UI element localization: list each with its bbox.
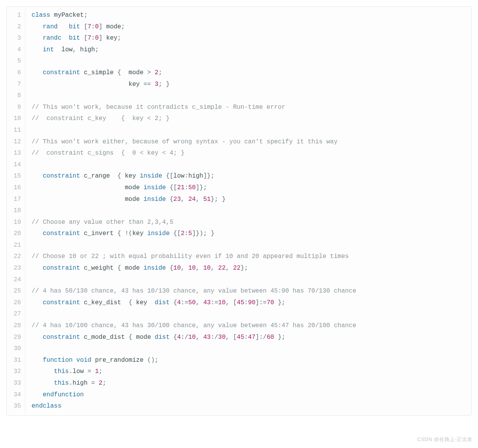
code-line: // Choose 10 or 22 ; with equal probabil… bbox=[31, 251, 465, 263]
code-line bbox=[31, 125, 465, 136]
line-number: 21 bbox=[14, 240, 21, 251]
line-number: 32 bbox=[14, 366, 21, 378]
code-line: // Choose any value other than 2,3,4,5 bbox=[31, 217, 465, 228]
line-number: 22 bbox=[14, 251, 21, 263]
code-line bbox=[31, 56, 465, 67]
code-line: // 4 has 50/130 chance, 43 has 10/130 ch… bbox=[31, 286, 465, 297]
code-line: class myPacket; bbox=[31, 10, 465, 21]
line-number: 4 bbox=[14, 44, 21, 56]
code-line: key == 3; } bbox=[31, 79, 465, 91]
line-number: 1 bbox=[14, 10, 21, 21]
line-number: 29 bbox=[14, 332, 21, 343]
line-number: 31 bbox=[14, 355, 21, 366]
line-number: 12 bbox=[14, 136, 21, 148]
line-number: 2 bbox=[14, 21, 21, 33]
code-line: constraint c_mode_dist { mode dist {4:/1… bbox=[31, 332, 465, 343]
code-line bbox=[31, 240, 465, 251]
code-line: int low, high; bbox=[31, 44, 465, 56]
code-line bbox=[31, 159, 465, 171]
line-number: 35 bbox=[14, 401, 21, 412]
code-line: // This won't work either, because of wr… bbox=[31, 136, 465, 148]
line-number: 23 bbox=[14, 263, 21, 274]
line-number: 27 bbox=[14, 309, 21, 320]
line-number: 10 bbox=[14, 113, 21, 125]
code-line: constraint c_simple { mode > 2; bbox=[31, 67, 465, 79]
code-line: // This won't work, because it contradic… bbox=[31, 102, 465, 113]
line-number: 8 bbox=[14, 90, 21, 102]
line-number: 13 bbox=[14, 148, 21, 159]
line-number: 3 bbox=[14, 33, 21, 44]
line-number: 19 bbox=[14, 217, 21, 228]
line-number: 6 bbox=[14, 67, 21, 79]
code-line: // constraint c_key { key < 2; } bbox=[31, 113, 465, 125]
code-line: constraint c_key_dist { key dist {4:=50,… bbox=[31, 297, 465, 309]
code-line: randc bit [7:0] key; bbox=[31, 33, 465, 44]
code-line: rand bit [7:0] mode; bbox=[31, 21, 465, 33]
code-line: mode inside {[21:50]}; bbox=[31, 182, 465, 194]
line-number: 34 bbox=[14, 389, 21, 401]
line-number: 33 bbox=[14, 378, 21, 389]
line-number: 25 bbox=[14, 286, 21, 297]
line-number: 30 bbox=[14, 343, 21, 355]
line-number: 28 bbox=[14, 320, 21, 332]
line-number: 5 bbox=[14, 56, 21, 67]
line-number: 15 bbox=[14, 171, 21, 182]
code-line: constraint c_range { key inside {[low:hi… bbox=[31, 171, 465, 182]
code-line: mode inside {23, 24, 51}; } bbox=[31, 194, 465, 206]
line-number: 14 bbox=[14, 159, 21, 171]
code-line bbox=[31, 343, 465, 355]
code-line bbox=[31, 90, 465, 102]
code-line: // 4 has 10/100 chance, 43 has 30/100 ch… bbox=[31, 320, 465, 332]
line-number: 20 bbox=[14, 228, 21, 240]
line-number: 16 bbox=[14, 182, 21, 194]
line-number: 26 bbox=[14, 297, 21, 309]
code-area[interactable]: class myPacket; rand bit [7:0] mode; ran… bbox=[25, 8, 471, 414]
code-line: endclass bbox=[31, 401, 465, 412]
code-line: // constraint c_signs { 0 < key < 4; } bbox=[31, 148, 465, 159]
code-line: this.low = 1; bbox=[31, 366, 465, 378]
code-line bbox=[31, 309, 465, 320]
line-number-gutter: 1234567891011121314151617181920212223242… bbox=[7, 8, 25, 414]
line-number: 11 bbox=[14, 125, 21, 136]
code-line: constraint c_weight { mode inside {10, 1… bbox=[31, 263, 465, 274]
code-line: function void pre_randomize (); bbox=[31, 355, 465, 366]
code-line: endfunction bbox=[31, 389, 465, 401]
line-number: 18 bbox=[14, 205, 21, 217]
code-block: 1234567891011121314151617181920212223242… bbox=[6, 6, 472, 416]
line-number: 17 bbox=[14, 194, 21, 206]
line-number: 7 bbox=[14, 79, 21, 91]
code-line bbox=[31, 205, 465, 217]
line-number: 24 bbox=[14, 274, 21, 286]
code-line: constraint c_invert { !(key inside {[2:5… bbox=[31, 228, 465, 240]
code-line: this.high = 2; bbox=[31, 378, 465, 389]
line-number: 9 bbox=[14, 102, 21, 113]
code-line bbox=[31, 274, 465, 286]
